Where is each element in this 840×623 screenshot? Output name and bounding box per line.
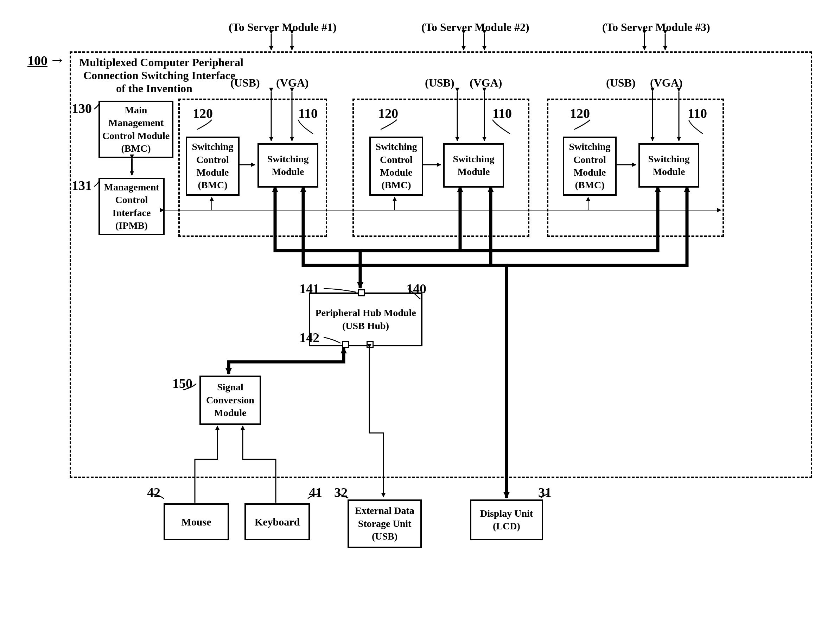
arrows-layer <box>0 0 840 623</box>
